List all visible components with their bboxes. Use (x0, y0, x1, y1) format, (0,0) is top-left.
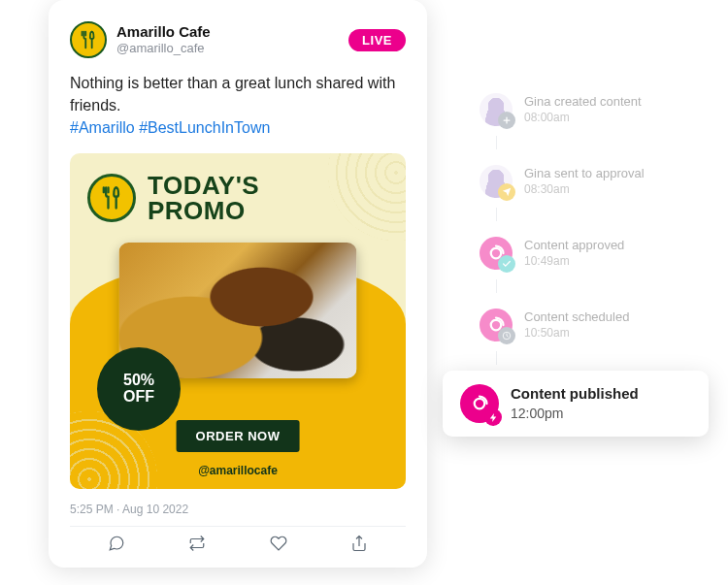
timeline-time: 08:30am (524, 182, 645, 197)
timeline-icon (480, 165, 513, 198)
timeline-title: Content approved (524, 238, 624, 253)
tweet-header: Amarillo Cafe @amarillo_cafe LIVE (70, 21, 406, 58)
timeline-text: Gina created content08:00am (524, 94, 642, 124)
timeline-icon (480, 237, 513, 270)
account-name: Amarillo Cafe (116, 23, 339, 41)
timeline-title: Gina sent to approval (524, 166, 645, 181)
discount-badge: 50% OFF (97, 347, 181, 431)
account-handle: @amarillo_cafe (116, 41, 339, 56)
timeline-connector (496, 208, 497, 221)
timeline-text: Content published12:00pm (511, 385, 639, 422)
promo-logo (87, 174, 136, 222)
timeline-icon (480, 309, 513, 341)
timeline-title: Content published (511, 385, 639, 404)
timeline-time: 12:00pm (511, 406, 639, 423)
tweet-hashtags[interactable]: #Amarillo #BestLunchInTown (70, 119, 270, 136)
tweet-card: Amarillo Cafe @amarillo_cafe LIVE Nothin… (49, 0, 427, 568)
fork-spoon-icon (78, 29, 99, 50)
svg-point-3 (475, 399, 485, 409)
timeline-connector (496, 136, 497, 149)
account-avatar[interactable] (70, 21, 107, 58)
tweet-timestamp[interactable]: 5:25 PM · Aug 10 2022 (70, 503, 406, 516)
promo-title: TODAY'S PROMO (148, 173, 259, 223)
timeline-connector (496, 351, 497, 365)
activity-timeline: Gina created content08:00amGina sent to … (466, 83, 709, 456)
promo-handle: @amarillocafe (198, 464, 278, 477)
clock-badge-icon (498, 327, 515, 344)
tweet-body: Nothing is better than a great lunch sha… (70, 72, 406, 140)
timeline-item[interactable]: Content scheduled10:50am (466, 299, 709, 351)
live-badge: LIVE (348, 29, 406, 51)
send-badge-icon (498, 183, 515, 201)
like-icon[interactable] (270, 535, 287, 552)
bolt-badge-icon (484, 408, 502, 426)
discount-amount: 50% (123, 373, 154, 389)
timeline-title: Gina created content (524, 94, 642, 110)
promo-image[interactable]: TODAY'S PROMO 50% OFF ORDER NOW @amarill… (70, 153, 406, 489)
timeline-item[interactable]: Content published12:00pm (443, 371, 709, 437)
timeline-text: Gina sent to approval08:30am (524, 166, 645, 196)
tweet-action-bar (70, 526, 406, 554)
reply-icon[interactable] (108, 535, 125, 552)
fork-spoon-icon (98, 184, 125, 211)
timeline-icon (480, 93, 513, 126)
timeline-text: Content approved10:49am (524, 238, 624, 268)
timeline-icon (460, 384, 499, 423)
timeline-time: 10:50am (524, 326, 629, 341)
promo-title-line2: PROMO (148, 196, 246, 225)
share-icon[interactable] (350, 535, 368, 552)
timeline-item[interactable]: Gina sent to approval08:30am (466, 155, 709, 208)
timeline-time: 08:00am (524, 111, 642, 125)
timeline-time: 10:49am (524, 254, 624, 269)
order-now-button[interactable]: ORDER NOW (177, 420, 300, 452)
timeline-title: Content scheduled (524, 309, 629, 325)
timeline-item[interactable]: Content approved10:49am (466, 227, 709, 279)
timeline-item[interactable]: Gina created content08:00am (466, 83, 709, 136)
timeline-connector (496, 279, 497, 293)
discount-off: OFF (123, 389, 154, 406)
account-block[interactable]: Amarillo Cafe @amarillo_cafe (116, 23, 339, 56)
retweet-icon[interactable] (188, 535, 206, 552)
plus-badge-icon (498, 112, 515, 129)
check-badge-icon (498, 255, 515, 273)
timeline-text: Content scheduled10:50am (524, 309, 629, 340)
tweet-body-text: Nothing is better than a great lunch sha… (70, 75, 395, 114)
